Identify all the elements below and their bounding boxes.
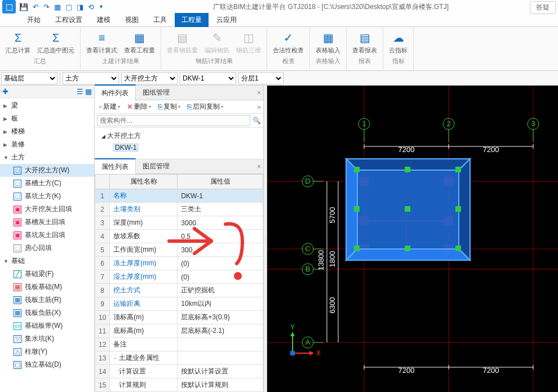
ribbon-云指标[interactable]: ☁云指标 xyxy=(387,29,410,56)
tab-0[interactable]: 开始 xyxy=(20,13,47,27)
tree-item[interactable]: ▢独立基础(D) xyxy=(0,358,94,371)
tree-cat[interactable]: ▶板 xyxy=(0,112,94,125)
prop-name[interactable]: 底标高(m) xyxy=(110,324,178,338)
tree-item[interactable]: □基槽土方(C) xyxy=(0,177,94,190)
prop-value[interactable]: 层底标高+3(0.9) xyxy=(178,311,263,324)
prop-value[interactable]: 300 xyxy=(178,243,263,257)
category-select[interactable]: 土方 xyxy=(63,72,119,84)
tab-1[interactable]: 工程设置 xyxy=(48,13,89,27)
floor-select[interactable]: 基础层 xyxy=(1,72,57,84)
tree-item[interactable]: ▦筏板负筋(X) xyxy=(0,306,94,319)
prop-value[interactable]: (0) xyxy=(178,270,263,284)
tree-item[interactable]: □房心回填 xyxy=(0,242,94,255)
ribbon-查看钢筋量[interactable]: ▤查看钢筋量 xyxy=(165,29,200,56)
tool-层间复制[interactable]: ⎘层间复制▾ xyxy=(185,101,225,113)
layer-select[interactable]: 分层1 xyxy=(238,72,284,84)
tool-删除[interactable]: ✕删除▾ xyxy=(125,101,153,113)
search-icon[interactable]: 🔍 xyxy=(253,117,261,124)
close-icon[interactable]: × xyxy=(257,163,261,171)
tab-3[interactable]: 视图 xyxy=(118,13,145,27)
list-view-icon[interactable]: ☰ xyxy=(77,87,83,96)
qat-icon[interactable]: ▢ xyxy=(65,3,72,11)
qat-icon[interactable]: ◨ xyxy=(77,3,83,11)
tab-drawing-mgmt[interactable]: 图纸管理 xyxy=(136,85,176,100)
prop-name[interactable]: 放坡系数 xyxy=(110,230,178,243)
tree-item[interactable]: ▣基槽灰土回填 xyxy=(0,216,94,229)
ribbon-合法性检查[interactable]: ✓合法性检查 xyxy=(271,29,306,56)
ribbon-钢筋三维[interactable]: ◫钢筋三维 xyxy=(234,29,263,56)
prop-name[interactable]: 深度(mm) xyxy=(110,216,178,230)
tab-layer-mgmt[interactable]: 图层管理 xyxy=(136,159,176,174)
prop-name[interactable]: −土建业务属性 xyxy=(110,351,178,365)
prop-value[interactable]: (0) xyxy=(178,257,263,270)
prop-value[interactable]: DKW-1 xyxy=(178,189,263,203)
answer-button[interactable]: 答疑 xyxy=(530,1,556,14)
tree-item[interactable]: ▣大开挖灰土回填 xyxy=(0,203,94,216)
ribbon-汇总计算[interactable]: Σ汇总计算 xyxy=(3,29,33,56)
prop-name[interactable]: 冻土厚度(mm) xyxy=(110,257,178,270)
ribbon-查看工程量[interactable]: ▦查看工程量 xyxy=(122,29,157,56)
tree-item[interactable]: □大开挖土方(W) xyxy=(0,164,94,177)
drawing-canvas[interactable]: 1 2 3 D C B A 7200 7200 7200 7200 5700 1… xyxy=(267,86,558,392)
more-icon[interactable]: » xyxy=(257,103,261,111)
tree-cat[interactable]: ▼基础 xyxy=(0,255,94,268)
qat-undo-icon[interactable]: ↶ xyxy=(33,3,39,11)
prop-value[interactable]: 正铲挖掘机 xyxy=(178,284,263,297)
comp-tree-parent[interactable]: ◢ 大开挖土方 xyxy=(101,130,256,142)
ribbon-编辑钢筋[interactable]: ✎编辑钢筋 xyxy=(202,29,232,56)
prop-value[interactable]: 按默认计算设置 xyxy=(178,365,263,378)
prop-value[interactable]: 三类土 xyxy=(178,203,263,216)
prop-value[interactable]: 按默认计算规则 xyxy=(178,378,263,392)
ribbon-查看报表[interactable]: ▤查看报表 xyxy=(350,29,379,56)
prop-name[interactable]: 湿土厚度(mm) xyxy=(110,270,178,284)
comp-tree-item[interactable]: DKW-1 xyxy=(101,142,256,153)
ribbon-表格输入[interactable]: ▦表格输入 xyxy=(313,29,343,56)
qat-save-icon[interactable]: 💾 xyxy=(19,3,28,11)
qat-icon[interactable]: ⟲ xyxy=(88,3,94,11)
tab-2[interactable]: 建模 xyxy=(90,13,117,27)
tab-5[interactable]: 工程量 xyxy=(175,13,209,27)
prop-name[interactable]: 计算规则 xyxy=(110,378,178,392)
add-icon[interactable]: ✚ xyxy=(2,87,8,96)
prop-name[interactable]: 计算设置 xyxy=(110,365,178,378)
prop-name[interactable]: 名称 xyxy=(110,189,178,203)
qat-icon[interactable]: ▦ xyxy=(54,3,61,11)
tree-item[interactable]: ╱基础梁(F) xyxy=(0,268,94,280)
tab-properties[interactable]: 属性列表 xyxy=(95,158,136,175)
prop-name[interactable]: 工作面宽(mm) xyxy=(110,243,178,257)
tree-item[interactable]: □基坑土方(K) xyxy=(0,190,94,203)
tree-item[interactable]: ▦筏板基础(M) xyxy=(0,280,94,293)
prop-value[interactable]: 层底标高(-2.1) xyxy=(178,324,263,338)
tree-item[interactable]: ▦筏板主筋(R) xyxy=(0,293,94,306)
prop-value[interactable]: 0.5 xyxy=(178,230,263,243)
prop-name[interactable]: 备注 xyxy=(110,338,178,351)
tool-新建[interactable]: ▫新建▾ xyxy=(97,101,122,113)
tool-复制[interactable]: ⎘复制▾ xyxy=(156,101,183,113)
tab-4[interactable]: 工具 xyxy=(147,13,174,27)
tab-component-list[interactable]: 构件列表 xyxy=(95,84,136,101)
tab-6[interactable]: 云应用 xyxy=(210,13,243,27)
tree-item[interactable]: ▽集水坑(K) xyxy=(0,332,94,345)
ribbon-查看计算式[interactable]: ≡查看计算式 xyxy=(84,29,119,56)
qat-redo-icon[interactable]: ↷ xyxy=(43,3,50,11)
subcategory-select[interactable]: 大开挖土方 xyxy=(121,72,178,84)
prop-name[interactable]: 顶标高(m) xyxy=(110,311,178,324)
ribbon-汇总选中图元[interactable]: Σ汇总选中图元 xyxy=(35,29,77,56)
grid-view-icon[interactable]: ▦ xyxy=(85,87,92,96)
component-select[interactable]: DKW-1 xyxy=(180,72,236,84)
prop-value[interactable] xyxy=(178,338,263,351)
prop-name[interactable]: 土壤类别 xyxy=(110,203,178,216)
tree-item[interactable]: △柱墩(Y) xyxy=(0,345,94,358)
close-icon[interactable]: × xyxy=(257,89,261,97)
prop-value[interactable]: 10km以内 xyxy=(178,297,263,311)
tree-item[interactable]: ▣基坑灰土回填 xyxy=(0,229,94,242)
qat-dropdown-icon[interactable]: ▼ xyxy=(99,4,104,10)
prop-name[interactable]: 挖土方式 xyxy=(110,284,178,297)
tree-item[interactable]: ▭基础板带(W) xyxy=(0,319,94,332)
prop-name[interactable]: 运输距离 xyxy=(110,297,178,311)
tree-cat[interactable]: ▶装修 xyxy=(0,138,94,151)
prop-value[interactable]: 3000 xyxy=(178,216,263,230)
tree-cat[interactable]: ▶梁 xyxy=(0,99,94,112)
tree-cat[interactable]: ▶楼梯 xyxy=(0,125,94,138)
tree-cat[interactable]: ▼土方 xyxy=(0,151,94,164)
